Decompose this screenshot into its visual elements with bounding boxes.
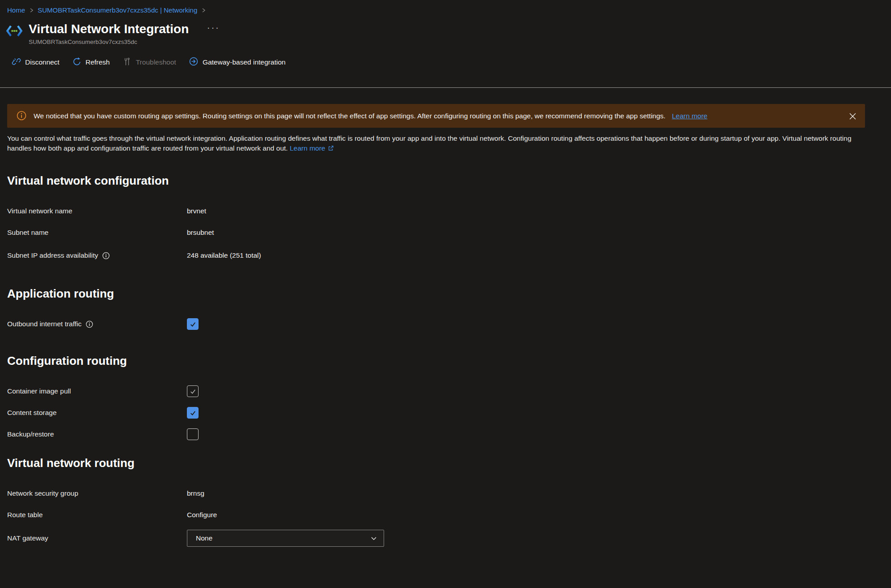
section-heading-configuration-routing: Configuration routing — [7, 354, 891, 368]
chevron-down-icon — [370, 535, 377, 542]
backup-restore-label: Backup/restore — [7, 430, 187, 438]
row-backup-restore: Backup/restore — [7, 424, 891, 445]
subnet-name-label: Subnet name — [7, 229, 187, 237]
troubleshoot-icon — [122, 57, 132, 68]
warning-info-icon — [17, 111, 26, 124]
close-icon[interactable] — [849, 113, 856, 120]
content-storage-checkbox[interactable] — [187, 407, 199, 419]
row-content-storage: Content storage — [7, 402, 891, 424]
intro-learn-more-label: Learn more — [290, 144, 325, 152]
container-image-pull-checkbox[interactable] — [187, 385, 199, 397]
chevron-right-icon — [29, 7, 34, 13]
breadcrumb: Home SUMOBRTaskConsumerb3ov7cxzs35dc | N… — [0, 0, 891, 14]
row-subnet-name: Subnet name brsubnet — [7, 222, 891, 243]
command-bar: Disconnect Refresh Troubleshoot — [0, 55, 891, 69]
gateway-label: Gateway-based integration — [203, 58, 285, 66]
vnet-integration-icon — [6, 25, 22, 39]
gateway-integration-button[interactable]: Gateway-based integration — [189, 56, 285, 68]
refresh-icon — [72, 57, 82, 68]
gateway-icon — [189, 56, 199, 68]
row-outbound-internet-traffic: Outbound internet traffic — [7, 313, 891, 335]
page-subtitle: SUMOBRTaskConsumerb3ov7cxzs35dc — [29, 39, 220, 45]
row-container-image-pull: Container image pull — [7, 380, 891, 402]
breadcrumb-app-networking[interactable]: SUMOBRTaskConsumerb3ov7cxzs35dc | Networ… — [38, 6, 197, 14]
row-subnet-ip-availability: Subnet IP address availability 248 avail… — [7, 243, 891, 268]
disconnect-button[interactable]: Disconnect — [12, 57, 60, 68]
intro-description: You can control what traffic goes throug… — [7, 134, 852, 152]
row-nat-gateway: NAT gateway None — [7, 526, 891, 551]
row-network-security-group: Network security group brnsg — [7, 483, 891, 504]
virtual-network-name-label: Virtual network name — [7, 207, 187, 215]
refresh-button[interactable]: Refresh — [72, 57, 110, 68]
chevron-right-icon — [201, 7, 206, 13]
troubleshoot-button[interactable]: Troubleshoot — [122, 57, 176, 68]
row-virtual-network-name: Virtual network name brvnet — [7, 200, 891, 222]
warning-banner: We noticed that you have custom routing … — [7, 104, 865, 128]
disconnect-icon — [12, 57, 21, 68]
intro-text: You can control what traffic goes throug… — [7, 134, 863, 155]
section-heading-vnet-routing: Virtual network routing — [7, 456, 891, 470]
outbound-internet-traffic-label: Outbound internet traffic — [7, 320, 82, 328]
command-bar-divider — [0, 87, 891, 88]
route-table-configure-link[interactable]: Configure — [187, 511, 217, 519]
subnet-ip-availability-value: 248 available (251 total) — [187, 251, 261, 259]
external-link-icon — [327, 146, 335, 153]
warning-banner-text: We noticed that you have custom routing … — [34, 112, 666, 120]
subnet-name-link[interactable]: brsubnet — [187, 229, 214, 237]
page-title: Virtual Network Integration — [29, 21, 189, 37]
network-security-group-label: Network security group — [7, 489, 187, 497]
nat-gateway-label: NAT gateway — [7, 534, 187, 542]
troubleshoot-label: Troubleshoot — [136, 58, 176, 66]
content-storage-label: Content storage — [7, 409, 187, 417]
nat-gateway-dropdown[interactable]: None — [187, 530, 384, 547]
refresh-label: Refresh — [86, 58, 110, 66]
banner-learn-more-link[interactable]: Learn more — [672, 112, 707, 120]
backup-restore-checkbox[interactable] — [187, 428, 199, 440]
info-icon[interactable] — [86, 320, 93, 328]
route-table-label: Route table — [7, 511, 187, 519]
row-route-table: Route table Configure — [7, 504, 891, 526]
container-image-pull-label: Container image pull — [7, 387, 187, 395]
virtual-network-name-link[interactable]: brvnet — [187, 207, 206, 215]
nat-gateway-selected-value: None — [196, 534, 370, 542]
subnet-ip-availability-label: Subnet IP address availability — [7, 251, 98, 259]
intro-learn-more-link[interactable]: Learn more — [290, 144, 334, 152]
more-icon[interactable]: ··· — [207, 22, 220, 33]
info-icon[interactable] — [102, 252, 110, 259]
disconnect-label: Disconnect — [25, 58, 60, 66]
page-header: Virtual Network Integration ··· SUMOBRTa… — [6, 21, 891, 45]
section-heading-vnet-configuration: Virtual network configuration — [7, 173, 891, 188]
network-security-group-link[interactable]: brnsg — [187, 489, 204, 497]
breadcrumb-home[interactable]: Home — [7, 6, 25, 14]
section-heading-application-routing: Application routing — [7, 286, 891, 301]
outbound-internet-traffic-checkbox[interactable] — [187, 318, 199, 330]
